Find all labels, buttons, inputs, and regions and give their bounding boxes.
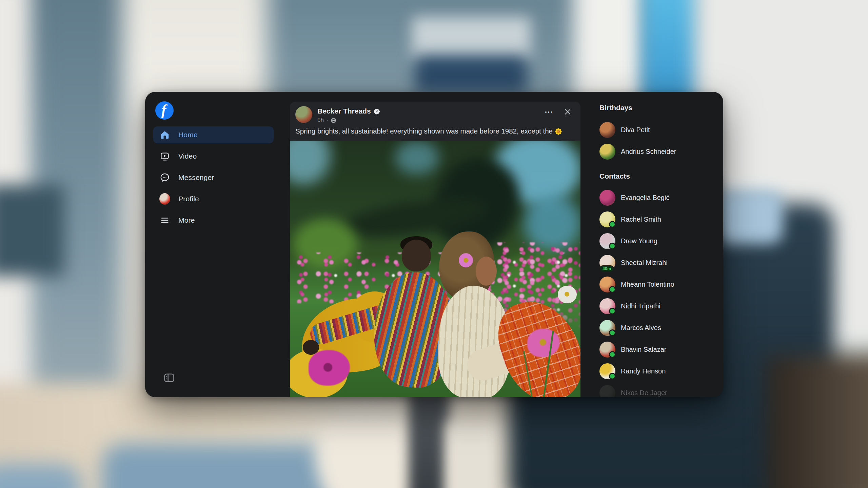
avatar [599, 233, 615, 249]
blossom-emoji-icon [555, 128, 562, 135]
facebook-logo[interactable]: f [155, 101, 174, 120]
contact-item[interactable]: Rachel Smith [599, 208, 723, 230]
avatar [599, 342, 615, 358]
video-icon [159, 151, 170, 162]
online-status-dot [609, 373, 616, 380]
sidebar-item-messenger[interactable]: Messenger [153, 169, 274, 186]
contact-item[interactable]: Nikos De Jager [599, 382, 723, 397]
birthdays-heading: Birthdays [599, 102, 723, 114]
sidebar-item-home[interactable]: Home [153, 126, 274, 143]
post-card: Becker Threads 5h · [290, 102, 580, 397]
person-name: Randy Henson [621, 367, 666, 375]
sidebar-toggle-button[interactable] [163, 372, 175, 384]
birthday-item[interactable]: Andrius Schneider [599, 141, 723, 162]
online-status-dot [609, 329, 616, 336]
sidebar-nav: Home Video [153, 126, 274, 233]
verified-badge-icon [374, 108, 380, 115]
person-name: Nidhi Tripathi [621, 302, 660, 310]
close-post-button[interactable] [563, 107, 572, 117]
avatar [599, 320, 615, 336]
contact-item[interactable]: Nidhi Tripathi [599, 295, 723, 317]
sidebar-item-label: Video [178, 152, 197, 160]
avatar [599, 277, 615, 292]
globe-audience-icon [331, 118, 336, 123]
contact-item[interactable]: Mheann Tolentino [599, 273, 723, 295]
contact-item[interactable]: Drew Young [599, 230, 723, 252]
avatar [599, 385, 615, 398]
person-name: Evangelia Begić [621, 194, 669, 202]
birthday-item[interactable]: Diva Petit [599, 119, 723, 141]
home-icon [159, 129, 170, 140]
sidebar-item-label: Messenger [178, 174, 214, 182]
sidebar: f Home Video [145, 92, 290, 397]
messenger-icon [159, 172, 170, 183]
person-name: Bhavin Salazar [621, 346, 667, 353]
right-rail: Birthdays Diva Petit Andrius Schneider C… [599, 92, 723, 397]
avatar [599, 211, 615, 227]
contact-item[interactable]: 40m Sheetal Mizrahi [599, 252, 723, 273]
person-name: Drew Young [621, 237, 657, 245]
contact-list: Evangelia Begić Rachel Smith Drew Young … [599, 187, 723, 397]
post-header: Becker Threads 5h · [290, 102, 580, 124]
avatar [599, 363, 615, 379]
online-status-dot [609, 243, 616, 249]
separator: · [326, 117, 328, 124]
sidebar-item-more[interactable]: More [153, 212, 274, 229]
contact-item[interactable]: Randy Henson [599, 360, 723, 382]
facebook-window: f Home Video [145, 92, 723, 397]
online-status-dot [609, 221, 616, 228]
person-name: Sheetal Mizrahi [621, 259, 668, 267]
post-author-name[interactable]: Becker Threads [317, 107, 371, 115]
post-photo[interactable] [290, 141, 580, 397]
sidebar-item-video[interactable]: Video [153, 148, 274, 165]
avatar: 40m [599, 255, 615, 271]
more-options-button[interactable]: ••• [544, 108, 555, 116]
avatar [599, 144, 615, 160]
post-author-avatar[interactable] [295, 106, 312, 123]
sidebar-item-label: More [178, 216, 195, 224]
profile-avatar [159, 194, 170, 204]
post-text: Spring brights, all sustainable! everyth… [290, 124, 580, 135]
person-name: Marcos Alves [621, 324, 661, 332]
sidebar-item-label: Home [178, 131, 198, 139]
hamburger-menu-icon [159, 215, 170, 226]
contacts-heading: Contacts [599, 170, 723, 182]
sidebar-item-label: Profile [178, 195, 199, 203]
person-name: Nikos De Jager [621, 389, 667, 397]
online-status-dot [609, 351, 616, 358]
contact-item[interactable]: Evangelia Begić [599, 187, 723, 208]
person-name: Mheann Tolentino [621, 281, 674, 288]
last-active-badge: 40m [599, 265, 614, 272]
person-name: Diva Petit [621, 126, 650, 134]
birthday-list: Diva Petit Andrius Schneider [599, 119, 723, 162]
avatar [599, 122, 615, 138]
avatar [599, 190, 615, 206]
avatar [599, 298, 615, 314]
contact-item[interactable]: Bhavin Salazar [599, 339, 723, 360]
person-name: Andrius Schneider [621, 148, 676, 156]
online-status-dot [609, 286, 616, 293]
contact-item[interactable]: Marcos Alves [599, 317, 723, 339]
online-status-dot [609, 308, 616, 314]
sidebar-item-profile[interactable]: Profile [153, 190, 274, 207]
post-time: 5h [317, 117, 324, 124]
person-name: Rachel Smith [621, 216, 661, 223]
